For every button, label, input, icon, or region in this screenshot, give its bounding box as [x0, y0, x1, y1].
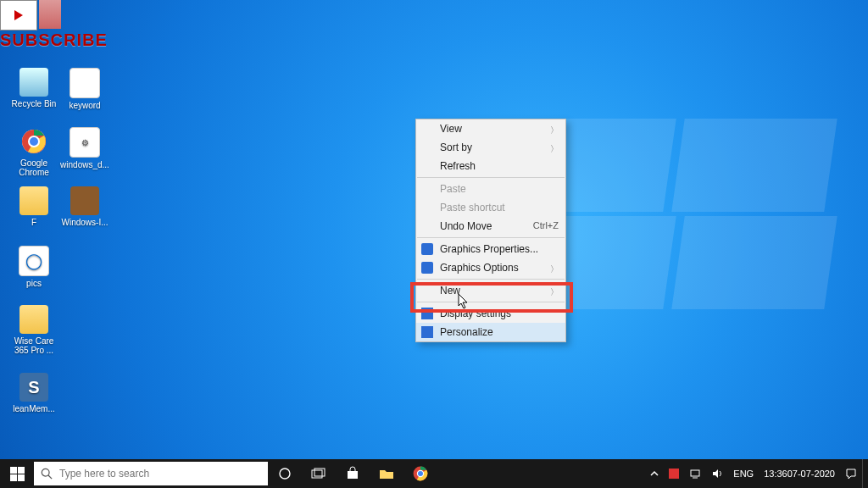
video-play-icon [0, 0, 37, 30]
tray-action-center[interactable] [840, 459, 862, 488]
menu-item-label: Personalize [440, 326, 493, 338]
context-menu-graphics-options[interactable]: Graphics Options 〉 [416, 258, 565, 277]
notification-icon [845, 468, 857, 480]
network-icon [689, 468, 701, 480]
context-menu-paste-shortcut: Paste shortcut [416, 198, 565, 217]
tray-show-hidden-icons[interactable] [645, 459, 664, 488]
tray-time: 13:36 [764, 469, 787, 479]
desktop-icon-wise-care[interactable]: Wise Care 365 Pro ... [8, 305, 59, 355]
desktop-icon-label: windows_d... [59, 160, 110, 169]
context-menu-display-settings[interactable]: Display settings [416, 304, 565, 323]
taskbar-cortana-button[interactable] [268, 459, 302, 488]
chrome-icon [19, 127, 48, 156]
desktop-icon-keyword[interactable]: keyword [59, 68, 110, 110]
desktop-icon-windows-d[interactable]: ⚙ windows_d... [59, 127, 110, 169]
desktop-icon-label: Wise Care 365 Pro ... [8, 336, 59, 355]
app-s-icon: S [19, 373, 48, 402]
desktop-icon-recycle-bin[interactable]: Recycle Bin [8, 68, 59, 108]
desktop-icon-google-chrome[interactable]: Google Chrome [8, 127, 59, 177]
intel-graphics-icon [421, 243, 433, 255]
desktop-icon-folder-f[interactable]: F [8, 186, 59, 227]
menu-item-shortcut: Ctrl+Z [533, 220, 559, 230]
desktop[interactable]: SUBSCRIBE Recycle Bin Google Chrome F ◯ … [0, 0, 868, 488]
search-placeholder: Type here to search [59, 468, 149, 480]
subscribe-banner [0, 0, 61, 30]
folder-icon [19, 186, 48, 215]
text-file-icon [70, 68, 100, 98]
windows-logo-icon [10, 467, 25, 481]
context-menu-view[interactable]: View 〉 [416, 119, 565, 138]
desktop-icon-label: Recycle Bin [8, 99, 59, 108]
store-icon [345, 466, 360, 481]
menu-item-label: Paste [440, 183, 466, 195]
tray-date: 07-07-2020 [787, 469, 835, 479]
document-icon [39, 0, 61, 29]
desktop-icon-label: keyword [59, 101, 110, 110]
chevron-right-icon: 〉 [550, 286, 559, 298]
context-menu-refresh[interactable]: Refresh [416, 157, 565, 175]
folder-icon [19, 305, 48, 334]
menu-item-label: Paste shortcut [440, 202, 505, 214]
tray-volume-icon[interactable] [706, 459, 728, 488]
desktop-icon-cleanmem[interactable]: S leanMem... [8, 373, 59, 413]
context-menu-sort-by[interactable]: Sort by 〉 [416, 138, 565, 157]
menu-item-label: Undo Move [440, 220, 492, 232]
tray-clock[interactable]: 13:36 07-07-2020 [759, 459, 840, 488]
mouse-cursor-icon [458, 293, 470, 310]
menu-separator [417, 237, 565, 238]
svg-rect-7 [312, 470, 322, 478]
tray-network-icon[interactable] [684, 459, 706, 488]
menu-item-label: Graphics Options [440, 262, 519, 274]
display-icon [421, 308, 433, 319]
context-menu-new[interactable]: New 〉 [416, 281, 565, 300]
chrome-icon [413, 466, 428, 481]
context-menu-personalize[interactable]: Personalize [416, 323, 565, 341]
tray-recorder-icon[interactable] [664, 459, 684, 488]
chevron-up-icon [650, 469, 659, 478]
speaker-icon [711, 468, 723, 480]
start-button[interactable] [0, 459, 34, 488]
svg-rect-8 [314, 469, 325, 476]
wallpaper-logo-tr [671, 119, 837, 212]
system-tray: ENG 13:36 07-07-2020 [645, 459, 868, 488]
image-file-icon: ◯ [19, 246, 49, 276]
intel-graphics-icon [421, 262, 433, 274]
context-menu-undo-move[interactable]: Undo Move Ctrl+Z [416, 217, 565, 236]
image-file-icon: ⚙ [70, 127, 100, 158]
taskbar-app-chrome[interactable] [403, 459, 437, 488]
tray-language-indicator[interactable]: ENG [728, 459, 759, 488]
taskbar-app-explorer[interactable] [370, 459, 403, 488]
archive-icon [70, 186, 99, 215]
chevron-right-icon: 〉 [550, 263, 559, 275]
desktop-context-menu: View 〉 Sort by 〉 Refresh Paste Paste sho… [415, 119, 566, 342]
subscribe-text: SUBSCRIBE [0, 30, 108, 50]
svg-point-6 [280, 469, 290, 479]
svg-rect-12 [691, 470, 699, 476]
chevron-right-icon: 〉 [550, 143, 559, 155]
task-view-icon [311, 468, 326, 480]
context-menu-graphics-properties[interactable]: Graphics Properties... [416, 240, 565, 258]
desktop-icon-label: leanMem... [8, 404, 59, 413]
desktop-icon-windows-i[interactable]: Windows-I... [59, 186, 110, 227]
folder-icon [379, 468, 394, 480]
menu-item-label: Graphics Properties... [440, 243, 538, 255]
desktop-icon-label: F [8, 218, 59, 227]
menu-item-label: Display settings [440, 308, 511, 319]
desktop-icon-pics[interactable]: ◯ pics [8, 246, 59, 288]
recycle-bin-icon [19, 68, 48, 97]
menu-item-label: Sort by [440, 141, 472, 153]
search-icon [41, 468, 53, 480]
desktop-icon-label: Windows-I... [59, 218, 110, 227]
svg-line-5 [48, 475, 52, 479]
menu-separator [417, 302, 565, 302]
desktop-icon-label: pics [8, 279, 59, 288]
menu-item-label: View [440, 123, 462, 135]
taskbar: Type here to search [0, 459, 868, 488]
desktop-icon-label: Google Chrome [8, 158, 59, 177]
chevron-right-icon: 〉 [550, 125, 559, 136]
menu-separator [417, 177, 565, 178]
taskbar-app-store[interactable] [336, 459, 370, 488]
taskbar-search-box[interactable]: Type here to search [34, 462, 268, 485]
taskbar-task-view-button[interactable] [302, 459, 336, 488]
show-desktop-button[interactable] [862, 459, 868, 488]
